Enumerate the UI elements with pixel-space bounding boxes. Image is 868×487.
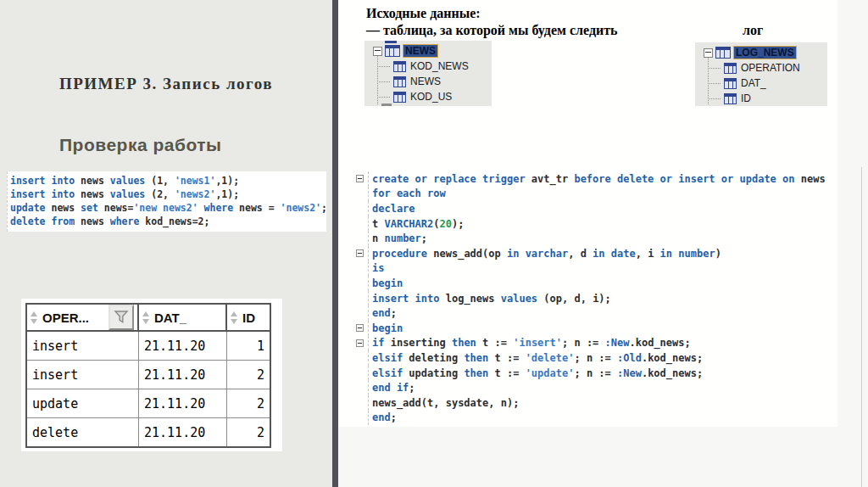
tree-node-label[interactable]: ID [739,92,753,104]
tree-node-label[interactable]: OPERATION [739,62,802,74]
tree-node-kod_us[interactable]: KOD_US [364,89,492,104]
code-line: t VARCHAR2(20); [356,216,861,232]
column-icon [724,78,737,89]
code-token: 20 [439,218,451,230]
code-gutter [356,171,368,187]
right-frame-line [861,167,862,487]
sort-icon[interactable] [31,311,38,324]
column-header-label: OPER... [42,311,89,325]
code-token: ; [391,411,397,423]
table-cell: 2 [227,361,270,389]
collapse-toggle-icon[interactable] [704,48,713,58]
code-token: ; n := [574,367,617,379]
collapse-toggle-icon[interactable] [373,47,382,56]
code-gutter [356,321,368,336]
code-gutter [356,216,368,232]
fold-toggle-icon[interactable] [356,175,364,182]
table-cell: 21.11.20 [139,361,227,389]
code-token: in date [593,248,636,260]
code-token: ( [433,218,439,230]
tree-node-operation[interactable]: OPERATION [695,60,827,76]
code-token: news [75,188,110,200]
table-cell: 1 [227,332,270,361]
code-token: then [464,352,488,364]
code-line-text: for each row [368,187,446,202]
column-header-oper[interactable]: OPER... [27,305,139,332]
code-token: end [372,411,391,423]
code-token: news = [233,202,280,214]
section-subtitle: Проверка работы [59,135,221,155]
tree-node-label[interactable]: NEWS [409,76,442,87]
column-icon [393,76,406,87]
code-token: insert [10,175,46,187]
column-header-dat_[interactable]: DAT_ [139,305,227,332]
tree-node-kod_news[interactable]: KOD_NEWS [364,59,492,74]
sort-icon[interactable] [231,311,238,324]
tree-node-label[interactable]: NEWS [403,44,438,58]
column-icon [393,92,406,103]
code-line: end if; [356,380,861,395]
code-token: elsif [372,352,403,364]
tree-node-label[interactable]: DAT_ [739,77,768,89]
table-cell: update [27,389,139,418]
tree: LOG_NEWSOPERATIONDAT_ID [695,42,827,106]
code-line: begin [356,321,861,336]
code-token: if [372,337,384,349]
code-token: begin [372,322,403,334]
code-token: ; [421,232,427,244]
table-cell: insert [27,332,139,361]
panel-divider [332,0,338,487]
code-line-text: elsif deleting then t := 'delete'; n := … [368,350,703,366]
tree-node-label[interactable]: LOG_NEWS [733,46,797,59]
table-cell: 21.11.20 [139,418,227,446]
code-token: insert [10,188,46,200]
code-token: .kod_news; [629,337,690,349]
code-line: create or replace trigger avt_tr before … [356,171,861,187]
code-gutter [356,201,368,216]
code-token: elsif [372,367,403,379]
fold-toggle-icon[interactable] [356,339,364,347]
sort-icon[interactable] [142,311,150,324]
code-token: is [372,262,384,274]
fold-toggle-icon[interactable] [356,324,364,332]
code-line: for each row [356,187,861,202]
code-token: values [110,175,146,187]
table-icon [385,45,400,57]
code-token: , i [636,248,660,260]
tree-node-news[interactable]: NEWS [364,43,492,59]
code-token: update [10,202,46,214]
heading-log: лог [743,23,763,38]
code-token: log_news [440,293,501,305]
code-gutter [356,350,368,366]
results-grid: OPER...DAT_IDinsert21.11.201insert21.11.… [25,303,271,448]
code-token: updating [403,367,464,379]
column-icon [393,61,406,72]
tree-panel-log-news: LOG_NEWSOPERATIONDAT_ID [695,42,827,106]
code-token: (op, d, i); [537,293,611,305]
code-gutter [356,231,368,246]
tree-node-id[interactable]: ID [695,91,827,106]
filter-button[interactable] [108,305,134,330]
tree-node-label[interactable]: KOD_NEWS [409,60,470,72]
code-token: ; [321,202,327,214]
code-token [198,202,204,214]
code-line: insert into log_news values (op, d, i); [356,291,861,306]
tree-node-label[interactable]: KOD_US [409,91,453,103]
code-token: begin [372,277,403,289]
code-line-text: begin [368,276,403,291]
tree-node-news[interactable]: NEWS [364,74,492,89]
code-token: ; n := [562,337,605,349]
code-token: values [501,293,537,305]
code-token: ); [452,218,464,230]
code-token: n [372,232,384,244]
tree-node-dat_[interactable]: DAT_ [695,76,827,91]
funnel-icon [114,310,129,325]
code-token: news [795,173,826,185]
fold-toggle-icon[interactable] [356,249,364,257]
column-header-id[interactable]: ID [227,305,270,332]
heading-watched-table: — таблица, за которой мы будем следить [366,23,618,38]
code-gutter [356,395,368,411]
tree-node-log_news[interactable]: LOG_NEWS [695,45,827,60]
code-token: news [75,175,110,187]
sql-line: update news set news='new news2' where n… [10,201,326,215]
